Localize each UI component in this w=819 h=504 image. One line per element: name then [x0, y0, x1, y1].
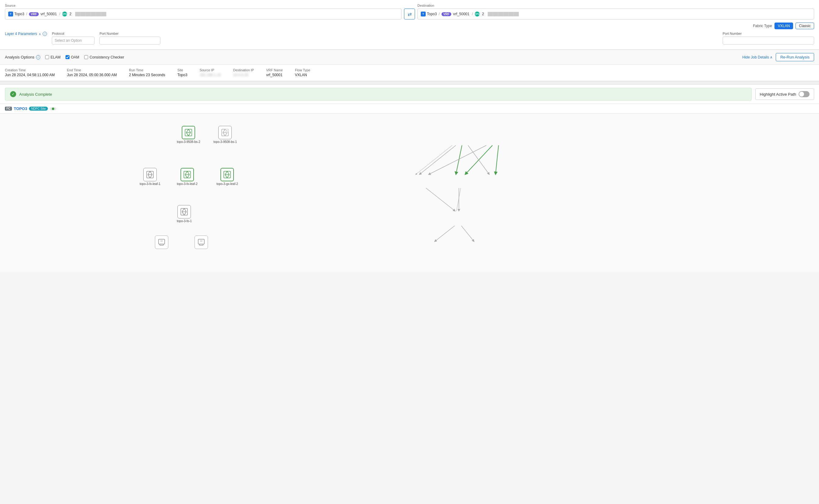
node-box-fx1	[143, 168, 157, 181]
consistency-checker-checkbox-group[interactable]: Consistency Checker	[84, 55, 124, 59]
source-vrf-badge: VRF	[29, 12, 39, 16]
swap-icon: ⇄	[408, 11, 412, 17]
svg-line-10	[416, 145, 452, 175]
svg-rect-56	[200, 240, 202, 241]
elam-checkbox-group[interactable]: ELAM	[45, 55, 61, 59]
node-box-fo1	[177, 205, 191, 218]
svg-rect-51	[160, 244, 163, 245]
dest-ip-blurred: ████████████	[488, 12, 519, 16]
graph-canvas: topo-3-9508-bs-2 ↻ topo-3-9508-bs-1	[0, 114, 819, 272]
node-fx2-label: topo-3-fx-leaf-2	[177, 182, 198, 186]
source-ip-blurred: ████████████	[75, 12, 106, 16]
svg-line-6	[426, 188, 455, 211]
highlight-active-path-panel: Highlight Active Path	[755, 88, 814, 100]
layer4-params-toggle[interactable]: Layer 4 Parameters ∧ i	[5, 32, 47, 36]
svg-rect-52	[160, 240, 163, 241]
fabric-vxlan-button[interactable]: VXLAN	[775, 23, 793, 29]
creation-time-label: Creation Time	[5, 68, 55, 72]
site-label: Site	[177, 68, 187, 72]
oam-checkbox-group[interactable]: OAM	[66, 55, 79, 59]
chevron-up-icon-job: ∧	[770, 55, 773, 59]
oam-checkbox[interactable]	[66, 55, 69, 59]
analysis-complete-text: Analysis Complete	[19, 92, 746, 97]
swap-button[interactable]: ⇄	[404, 9, 415, 20]
svg-line-11	[457, 188, 461, 211]
creation-time-value: Jun 28 2024, 04:58:11.000 AM	[5, 73, 55, 77]
fabric-classic-button[interactable]: Classic	[796, 23, 814, 29]
rc-badge: FC	[5, 107, 12, 111]
hide-job-details-text: Hide Job Details	[742, 55, 769, 59]
source-input[interactable]: T Topo3 / VRF vrf_50001 / EPG 2 ████████…	[5, 9, 401, 20]
svg-line-9	[461, 226, 474, 242]
svg-line-0	[419, 145, 456, 175]
svg-line-1	[456, 145, 462, 175]
node-box-fx2	[180, 168, 194, 181]
node-gx2[interactable]: topo-3-gx-leaf-2	[216, 168, 238, 186]
highlight-active-path-label: Highlight Active Path	[760, 92, 796, 97]
source-epg-num: 2	[69, 12, 72, 16]
protocol-label: Protocol	[52, 32, 94, 35]
node-bs1-label: topo-3-9508-bs-1	[213, 140, 237, 144]
source-ip-label: Source IP	[199, 68, 221, 72]
hide-job-details-link[interactable]: Hide Job Details ∧	[742, 55, 773, 59]
node-bs2[interactable]: topo-3-9508-bs-2	[177, 126, 200, 144]
consistency-checker-checkbox[interactable]	[84, 55, 88, 59]
node-fx1-label: topo-3-fx-leaf-1	[140, 182, 160, 186]
topo3-label[interactable]: TOPO3	[14, 106, 27, 111]
dest-vrf-badge: VRF	[442, 12, 451, 16]
rerun-analysis-button[interactable]: Re-Run Analysis	[776, 53, 814, 61]
port-number-dst-input[interactable]	[723, 37, 814, 44]
fabric-type-label: Fabric Type	[753, 24, 772, 28]
port-number-src-input[interactable]	[99, 37, 160, 44]
analysis-complete-bar: ✓ Analysis Complete	[5, 88, 752, 101]
toggle-knob	[799, 92, 804, 97]
node-fx1[interactable]: topo-3-fx-leaf-1	[140, 168, 160, 186]
topo-icon-source: T	[8, 12, 13, 16]
dest-topo: Topo3	[427, 12, 437, 16]
check-icon: ✓	[12, 92, 15, 96]
chevron-up-icon: ∧	[39, 32, 41, 36]
node-gx2-label: topo-3-gx-leaf-2	[216, 182, 238, 186]
consistency-checker-label: Consistency Checker	[90, 55, 124, 59]
node-fo1[interactable]: topo-3-fo-1	[177, 205, 192, 223]
topo-icon-dest: T	[421, 12, 426, 16]
node-fx2[interactable]: topo-3-fx-leaf-2	[177, 168, 198, 186]
dest-epg-badge: EPG	[475, 12, 480, 16]
svg-rect-57	[200, 241, 202, 242]
node-box-gx2	[220, 168, 234, 181]
source-epg-badge: EPG	[62, 12, 67, 16]
destination-label: Destination	[418, 4, 814, 7]
source-ip-value: 192.168.1.10	[199, 73, 221, 77]
svg-line-3	[496, 145, 499, 175]
highlight-active-path-toggle[interactable]	[799, 91, 810, 97]
vrf-name-value: vrf_50001	[266, 73, 283, 77]
elam-label: ELAM	[51, 55, 61, 59]
layer4-label: Layer 4 Parameters	[5, 32, 37, 36]
dest-vrf-name: vrf_50001	[453, 12, 469, 16]
site-status-badge	[50, 107, 56, 110]
protocol-select[interactable]: Select an Option	[52, 37, 94, 44]
analysis-options-label: Analysis Options	[5, 55, 34, 59]
elam-checkbox[interactable]	[45, 55, 49, 59]
node-box-bs2	[182, 126, 195, 139]
svg-line-4	[468, 145, 490, 175]
node-server2[interactable]	[194, 236, 208, 250]
source-label: Source	[5, 4, 401, 7]
svg-line-8	[435, 226, 455, 242]
flow-type-label: Flow Type	[295, 68, 310, 72]
port-number-src-label: Port Number	[99, 32, 160, 35]
node-box-server1	[155, 236, 168, 249]
node-box-bs1: ↻	[218, 126, 232, 139]
oam-label: OAM	[71, 55, 79, 59]
node-server1[interactable]	[155, 236, 168, 250]
svg-rect-55	[199, 244, 203, 245]
node-fo1-label: topo-3-fo-1	[177, 219, 192, 223]
run-time-value: 2 Minutes 23 Seconds	[129, 73, 165, 77]
svg-line-2	[465, 145, 493, 175]
vrf-name-label: VRF Name	[266, 68, 283, 72]
destination-input[interactable]: T Topo3 / VRF vrf_50001 / EPG 2 ████████…	[418, 9, 814, 20]
node-bs2-label: topo-3-9508-bs-2	[177, 140, 200, 144]
node-bs1[interactable]: ↻ topo-3-9508-bs-1	[213, 126, 237, 144]
dest-epg-num: 2	[482, 12, 484, 16]
graph-svg	[0, 114, 819, 272]
